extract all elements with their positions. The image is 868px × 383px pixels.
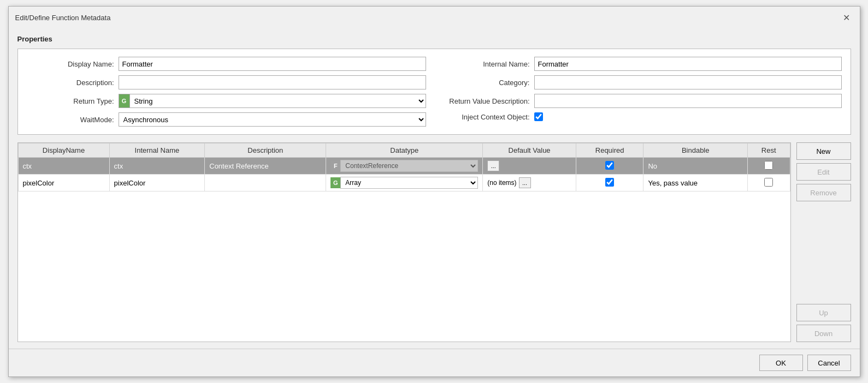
cell-datatype: G Array String Integer Boolean [326, 175, 483, 192]
col-description: Description [205, 143, 326, 158]
inject-context-checkbox[interactable] [534, 112, 543, 121]
cell-display-name: pixelColor [18, 175, 109, 192]
required-checkbox[interactable] [605, 161, 614, 170]
default-value-dots-button[interactable]: ... [519, 177, 531, 188]
return-value-desc-label: Return Value Description: [442, 97, 530, 105]
dialog-footer: OK Cancel [9, 349, 860, 376]
dialog-title: Edit/Define Function Metadata [15, 14, 111, 22]
rest-checkbox[interactable] [764, 161, 773, 170]
table-row[interactable]: pixelColor pixelColor G Array String Int… [18, 175, 790, 192]
inject-context-label: Inject Context Object: [442, 113, 530, 121]
form-col-right: Internal Name: Category: Return Value De… [442, 57, 842, 127]
cell-default-value: ... [483, 158, 576, 175]
ok-button[interactable]: OK [759, 355, 803, 371]
internal-name-label: Internal Name: [442, 60, 530, 68]
col-internal-name: Internal Name [109, 143, 205, 158]
default-value-dots-button[interactable]: ... [487, 160, 499, 171]
default-value-text: (no items) [487, 179, 516, 187]
internal-name-input[interactable] [534, 57, 842, 71]
required-checkbox[interactable] [605, 178, 614, 187]
datatype-icon: G [330, 177, 340, 188]
return-value-desc-input[interactable] [534, 94, 842, 108]
wait-mode-label: WaitMode: [27, 116, 114, 124]
cell-bindable: Yes, pass value [643, 175, 748, 192]
cell-rest [747, 175, 790, 192]
cell-internal-name: ctx [109, 158, 205, 175]
cell-required [576, 158, 643, 175]
cell-display-name: ctx [18, 158, 109, 175]
col-rest: Rest [747, 143, 790, 158]
internal-name-row: Internal Name: [442, 57, 842, 71]
col-default-value: Default Value [483, 143, 576, 158]
params-actions: New Edit Remove Up Down [796, 142, 851, 342]
table-header-row: DisplayName Internal Name Description Da… [18, 143, 790, 158]
return-type-label: Return Type: [27, 97, 114, 105]
table-row[interactable]: ctx ctx Context Reference F ContextRefer… [18, 158, 790, 175]
description-label: Description: [27, 79, 114, 87]
datatype-select[interactable]: ContextReference [340, 160, 478, 172]
return-type-select[interactable]: String Integer Boolean Array [130, 94, 426, 107]
properties-form: Display Name: Description: Return Type: … [27, 57, 842, 127]
form-col-left: Display Name: Description: Return Type: … [27, 57, 426, 127]
close-button[interactable]: ✕ [840, 11, 853, 24]
return-value-desc-row: Return Value Description: [442, 94, 842, 108]
down-button[interactable]: Down [796, 325, 851, 342]
cell-datatype: F ContextReference [326, 158, 483, 175]
dialog: Edit/Define Function Metadata ✕ Properti… [8, 6, 860, 377]
edit-button[interactable]: Edit [796, 163, 851, 181]
datatype-select[interactable]: Array String Integer Boolean [340, 177, 478, 189]
params-table: DisplayName Internal Name Description Da… [18, 143, 790, 192]
dialog-content: Properties Display Name: Description: [9, 28, 860, 349]
params-table-container: DisplayName Internal Name Description Da… [17, 142, 791, 342]
up-button[interactable]: Up [796, 304, 851, 321]
datatype-icon: F [330, 160, 340, 171]
cell-default-value: (no items) ... [483, 175, 576, 192]
cell-bindable: No [643, 158, 748, 175]
cell-description [205, 175, 326, 192]
wait-mode-row: WaitMode: Asynchronous Synchronous [27, 112, 426, 127]
inject-context-checkbox-wrapper [534, 112, 543, 121]
remove-button[interactable]: Remove [796, 184, 851, 201]
description-input[interactable] [119, 75, 426, 89]
return-type-select-wrapper: G String Integer Boolean Array [119, 94, 426, 108]
col-bindable: Bindable [643, 143, 748, 158]
col-display-name: DisplayName [18, 143, 109, 158]
params-area: DisplayName Internal Name Description Da… [17, 142, 851, 342]
return-type-row: Return Type: G String Integer Boolean Ar… [27, 94, 426, 108]
cancel-button[interactable]: Cancel [807, 355, 851, 371]
display-name-input[interactable] [119, 57, 426, 71]
cell-required [576, 175, 643, 192]
category-row: Category: [442, 75, 842, 89]
col-required: Required [576, 143, 643, 158]
wait-mode-select[interactable]: Asynchronous Synchronous [119, 112, 426, 127]
properties-section-title: Properties [17, 35, 851, 43]
title-bar: Edit/Define Function Metadata ✕ [9, 7, 860, 28]
cell-internal-name: pixelColor [109, 175, 205, 192]
col-datatype: Datatype [326, 143, 483, 158]
display-name-label: Display Name: [27, 60, 114, 68]
rest-checkbox[interactable] [764, 178, 773, 187]
description-row: Description: [27, 75, 426, 89]
inject-context-row: Inject Context Object: [442, 112, 842, 121]
cell-description: Context Reference [205, 158, 326, 175]
properties-panel: Display Name: Description: Return Type: … [17, 49, 851, 135]
category-label: Category: [442, 79, 530, 87]
display-name-row: Display Name: [27, 57, 426, 71]
new-button[interactable]: New [796, 142, 851, 160]
category-input[interactable] [534, 75, 842, 89]
return-type-icon: G [119, 94, 130, 107]
cell-rest [747, 158, 790, 175]
